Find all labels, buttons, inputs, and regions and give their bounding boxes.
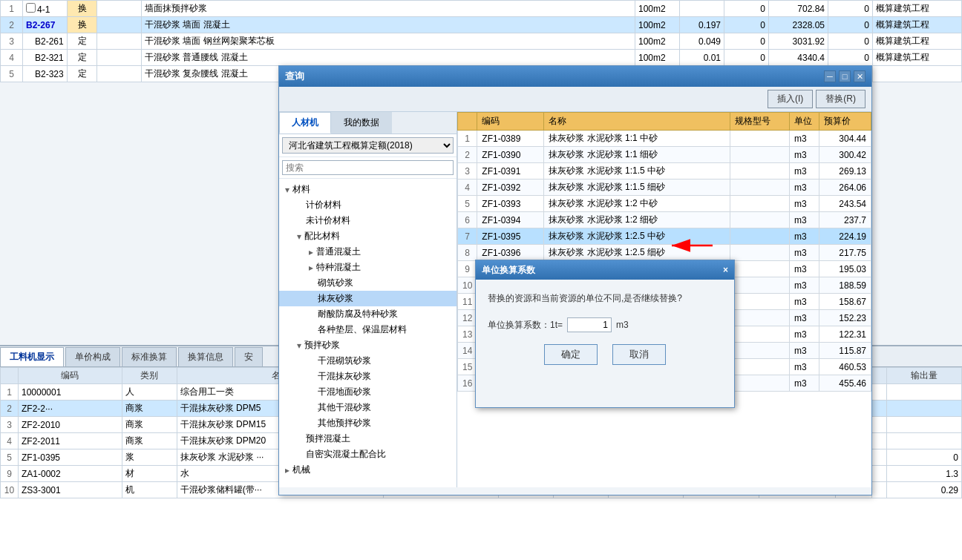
main-area: 1 4-1 换 墙面抹预拌砂浆 100m2 0 702.84 0 概算建筑工程 …	[0, 0, 962, 560]
unit-value-input[interactable]	[567, 317, 612, 332]
unit-dialog-content: 替换的资源和当前资源的单位不同,是否继续替换? 单位换算系数：1t= m3 确定…	[476, 280, 734, 377]
tree-item[interactable]: ▸特种混凝土	[279, 260, 457, 275]
close-button[interactable]: ✕	[854, 70, 866, 82]
table-row[interactable]: 7 ZF1-0395 抹灰砂浆 水泥砂浆 1:2.5 中砂 m3 224.19	[458, 228, 871, 245]
table-row[interactable]: 5 ZF1-0393 抹灰砂浆 水泥砂浆 1:2 中砂 m3 243.54	[458, 196, 871, 212]
unit-dialog: 单位换算系数 × 替换的资源和当前资源的单位不同,是否继续替换? 单位换算系数：…	[475, 260, 735, 408]
table-row[interactable]: 1 4-1 换 墙面抹预拌砂浆 100m2 0 702.84 0 概算建筑工程	[1, 1, 962, 17]
unit-message: 替换的资源和当前资源的单位不同,是否继续替换?	[488, 291, 722, 306]
unit-close-button[interactable]: ×	[723, 265, 728, 275]
tree-item[interactable]: ▸机械	[279, 462, 457, 478]
search-box	[279, 157, 457, 179]
tree-item[interactable]: 其他预拌砂浆	[279, 415, 457, 431]
table-row[interactable]: 2 ZF1-0390 抹灰砂浆 水泥砂浆 1:1 细砂 m3 300.42	[458, 147, 871, 163]
table-row[interactable]: 4 B2-321 定 干混砂浆 普通腰线 混凝土 100m2 0.01 0 43…	[1, 50, 962, 66]
minimize-button[interactable]: ─	[824, 70, 836, 82]
tree-item[interactable]: 预拌混凝土	[279, 431, 457, 447]
tab-an[interactable]: 安	[235, 347, 263, 366]
tree-item[interactable]: 砌筑砂浆	[279, 275, 457, 291]
titlebar-buttons: ─ □ ✕	[824, 70, 866, 82]
tree-area: ▾材料计价材料未计价材料▾配比材料▸普通混凝土▸特种混凝土砌筑砂浆抹灰砂浆耐酸防…	[279, 179, 457, 487]
region-select[interactable]: 河北省建筑工程概算定额(2018)	[282, 137, 454, 154]
tree-item[interactable]: 干混砌筑砂浆	[279, 353, 457, 369]
table-row[interactable]: 3 ZF1-0391 抹灰砂浆 水泥砂浆 1:1.5 中砂 m3 269.13	[458, 163, 871, 179]
unit-row: 单位换算系数：1t= m3	[488, 317, 722, 332]
tab-mydata[interactable]: 我的数据	[331, 112, 392, 134]
tree-item[interactable]: ▾预拌砂浆	[279, 337, 457, 353]
table-row[interactable]: 1 ZF1-0389 抹灰砂浆 水泥砂浆 1:1 中砂 m3 304.44	[458, 131, 871, 147]
tree-item[interactable]: 抹灰砂浆	[279, 291, 457, 306]
table-row[interactable]: 6 ZF1-0394 抹灰砂浆 水泥砂浆 1:2 细砂 m3 237.7	[458, 212, 871, 228]
unit-buttons: 确定 取消	[488, 344, 722, 365]
dialog-titlebar: 查询 ─ □ ✕	[279, 66, 871, 87]
tab-gongliaoji[interactable]: 工料机显示	[0, 347, 64, 366]
tree-item[interactable]: 干混抹灰砂浆	[279, 369, 457, 384]
tree-item[interactable]: 干混地面砂浆	[279, 384, 457, 400]
table-row[interactable]: 4 ZF1-0392 抹灰砂浆 水泥砂浆 1:1.5 细砂 m3 264.06	[458, 179, 871, 196]
table-row[interactable]: 8 ZF1-0396 抹灰砂浆 水泥砂浆 1:2.5 细砂 m3 217.75	[458, 245, 871, 261]
insert-button[interactable]: 插入(I)	[768, 90, 813, 108]
unit-dialog-titlebar: 单位换算系数 ×	[476, 260, 734, 280]
row-checkbox[interactable]	[26, 3, 36, 13]
dialog-tabs: 人材机 我的数据	[279, 112, 457, 134]
maximize-button[interactable]: □	[839, 70, 851, 82]
tab-huansuanxinxi[interactable]: 换算信息	[178, 347, 233, 366]
unit-confirm-button[interactable]: 确定	[544, 344, 598, 365]
tab-rencaiji[interactable]: 人材机	[279, 112, 331, 134]
tree-item[interactable]: ▸普通混凝土	[279, 244, 457, 260]
unit-cancel-button[interactable]: 取消	[612, 344, 666, 365]
tree-item[interactable]: 计价材料	[279, 197, 457, 213]
tree-item[interactable]: 耐酸防腐及特种砂浆	[279, 306, 457, 322]
table-row[interactable]: 2 B2-267 换 干混砂浆 墙面 混凝土 100m2 0.197 0 232…	[1, 17, 962, 33]
dialog-title: 查询	[285, 70, 304, 83]
tree-item[interactable]: 未计价材料	[279, 213, 457, 228]
replace-button[interactable]: 替换(R)	[816, 90, 866, 108]
tree-item[interactable]: 自密实混凝土配合比	[279, 447, 457, 462]
tree-item[interactable]: ▾配比材料	[279, 228, 457, 244]
search-input[interactable]	[282, 160, 454, 175]
unit-label: 单位换算系数：1t=	[488, 319, 563, 332]
tab-danjiagoucheng[interactable]: 单价构成	[65, 347, 120, 366]
tab-biaozhunhuansuan[interactable]: 标准换算	[122, 347, 177, 366]
unit-suffix: m3	[616, 320, 629, 330]
tree-item[interactable]: ▾材料	[279, 182, 457, 197]
unit-dialog-title: 单位换算系数	[482, 264, 535, 277]
dialog-toolbar: 插入(I) 替换(R)	[279, 87, 871, 112]
tree-item[interactable]: 各种垫层、保温层材料	[279, 322, 457, 337]
tree-item[interactable]: 其他干混砂浆	[279, 400, 457, 415]
dialog-left-panel: 人材机 我的数据 河北省建筑工程概算定额(2018) ▾材料计价材料未计价材料▾…	[279, 112, 457, 487]
table-row[interactable]: 3 B2-261 定 干混砂浆 墙面 钢丝网架聚苯芯板 100m2 0.049 …	[1, 33, 962, 50]
region-selector: 河北省建筑工程概算定额(2018)	[279, 134, 457, 157]
